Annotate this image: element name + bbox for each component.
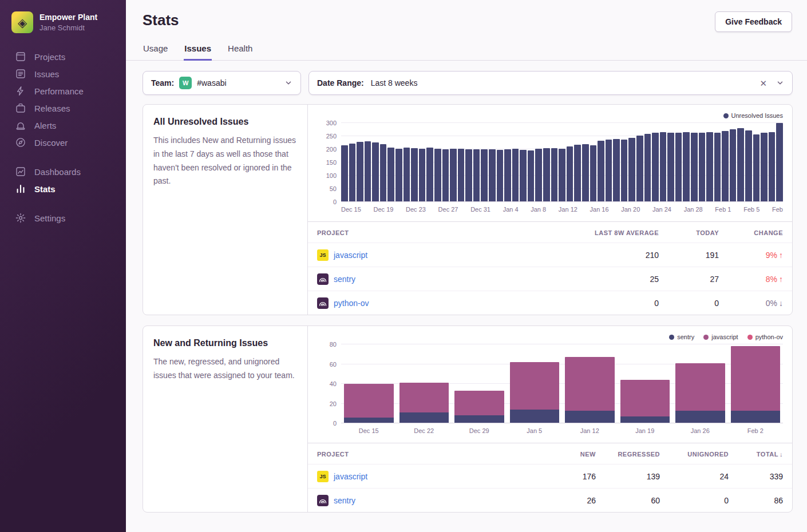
tab-health[interactable]: Health [227,43,253,61]
sidebar-item-projects[interactable]: Projects [0,48,126,65]
unignored-cell: 0 [660,496,729,505]
y-tick-label: 250 [326,133,337,140]
table-row: JS javascript 176 139 24 339 [308,464,792,488]
unresolved-bar [606,140,612,202]
unresolved-bar [667,133,674,202]
sidebar-item-issues[interactable]: Issues [0,65,126,82]
project-link[interactable]: sentry [334,496,355,505]
today-cell: 0 [659,299,719,308]
new-returning-table: Project New Regressed Unignored Total↓ J… [308,443,792,512]
unresolved-bar [520,150,527,202]
sidebar-item-settings[interactable]: Settings [0,209,126,227]
unresolved-bar [387,148,394,202]
give-feedback-button[interactable]: Give Feedback [715,11,792,32]
change-cell: 8%↑ [719,275,783,284]
unresolved-bar [512,149,519,202]
x-tick-label: Jan 12 [562,427,618,434]
regressed-cell: 60 [596,496,660,505]
stats-icon [15,184,26,194]
legend-label: javascript [711,334,738,340]
y-tick-label: 0 [333,199,337,205]
legend-item: javascript [703,334,738,340]
x-tick-label: Jan 8 [531,206,546,213]
avg-cell: 210 [561,251,659,260]
new-returning-chart[interactable]: sentry javascript python-ov 020406080 De… [308,326,792,438]
unresolved-bar [598,141,604,202]
stacked-bar-column [341,344,397,423]
x-tick-label: Jan 26 [672,427,728,434]
y-tick-label: 40 [330,381,337,387]
unresolved-bar [404,148,410,202]
team-select[interactable]: Team: W #wasabi [143,71,301,95]
tab-issues[interactable]: Issues [184,43,212,61]
unresolved-bar [473,149,480,202]
app: { "colors": { "accent_purple": "#6C5FC7"… [0,0,807,532]
javascript-segment [565,357,615,410]
projects-icon [15,51,26,62]
change-cell: 0%↓ [719,299,783,308]
project-link[interactable]: javascript [334,251,367,260]
panel-description: The new, regressed, and unignored issues… [153,355,297,383]
sentry-platform-icon [317,297,329,309]
sidebar-item-releases[interactable]: Releases [0,100,126,117]
sidebar-item-performance[interactable]: Performance [0,82,126,100]
column-header-total[interactable]: Total↓ [729,451,783,458]
org-name: Empower Plant [39,13,97,22]
x-tick-label: Jan 19 [618,427,673,434]
sidebar-item-label: Performance [34,86,84,96]
javascript-segment [454,391,504,415]
legend-item: python-ov [747,334,783,340]
unresolved-bar [574,145,581,202]
sidebar-item-label: Dashboards [34,167,81,177]
page-header: Stats Give Feedback [126,0,807,32]
sidebar-item-label: Settings [34,213,65,223]
org-switcher[interactable]: ◈ Empower Plant Jane Schmidt [0,0,126,33]
unresolved-bar [372,142,379,202]
performance-icon [15,86,26,96]
project-cell: JS javascript [317,249,561,261]
unresolved-bar [543,148,550,202]
main: Stats Give Feedback Usage Issues Health … [126,0,807,532]
unresolved-bar [419,149,426,202]
date-range-select[interactable]: Date Range: Last 8 weeks ✕ [308,71,793,95]
x-tick-label: Jan 4 [503,206,519,213]
panel-description: This includes New and Returning issues i… [153,134,297,188]
project-link[interactable]: javascript [334,472,367,481]
sidebar-item-label: Releases [34,104,70,113]
legend-label: python-ov [755,334,783,340]
table-header-row: Project Last 8w Average Today Change [308,222,792,243]
project-link[interactable]: python-ov [334,299,369,308]
panel-title: All Unresolved Issues [153,117,297,127]
sidebar-item-discover[interactable]: Discover [0,134,126,151]
sidebar-item-dashboards[interactable]: Dashboards [0,163,126,180]
new-cell: 176 [521,472,596,481]
javascript-segment [675,363,725,411]
table-row: sentry 26 60 0 86 [308,488,792,512]
unresolved-bar [528,150,535,202]
discover-icon [15,137,26,148]
sidebar-item-alerts[interactable]: Alerts [0,117,126,134]
unresolved-bar [691,133,698,202]
chart-legend: sentry javascript python-ov [317,333,783,341]
legend-item: Unresolved Issues [723,112,784,119]
sidebar-item-label: Stats [34,184,56,194]
unresolved-bar [434,149,441,202]
stacked-bar-column [507,344,563,423]
sidebar-item-stats[interactable]: Stats [0,180,126,197]
clear-icon[interactable]: ✕ [759,79,767,88]
unresolved-chart-bars [341,123,783,202]
javascript-platform-icon: JS [317,471,329,482]
x-tick-label: Jan 12 [559,206,577,213]
unresolved-chart[interactable]: Unresolved Issues 050100150200250300 Dec… [308,105,792,217]
x-tick-label: Dec 22 [397,427,452,434]
dashboards-icon [15,166,26,177]
unresolved-bar [497,150,504,202]
unresolved-bar [442,149,449,202]
tab-usage[interactable]: Usage [143,43,168,61]
project-link[interactable]: sentry [334,275,355,284]
unresolved-bar [380,144,387,202]
unresolved-bar [660,132,667,202]
sort-descending-icon: ↓ [780,451,783,458]
sidebar-nav: Projects Issues Performance Releases Ale… [0,48,126,227]
unresolved-bar [628,138,635,202]
